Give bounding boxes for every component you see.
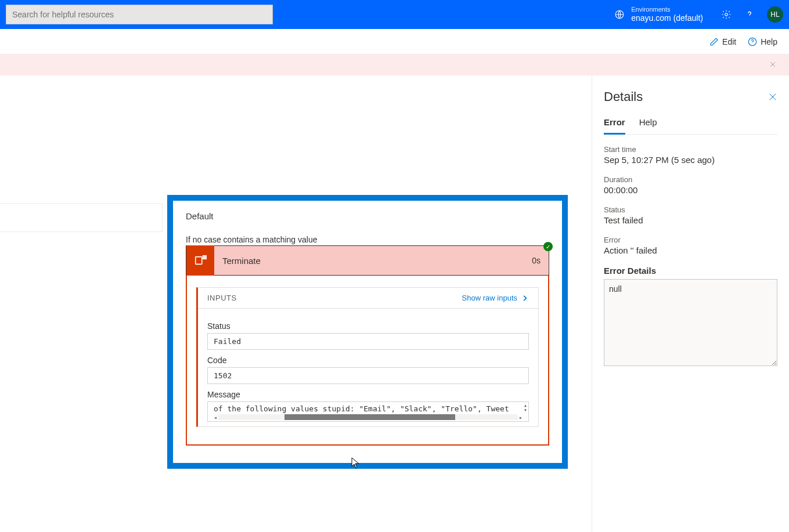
error-details-label: Error Details [604,266,777,276]
default-subtext: If no case contains a matching value [186,235,549,244]
close-icon[interactable] [768,92,777,102]
duration-label: Duration [604,175,777,184]
pencil-icon [709,37,719,46]
environment-icon [614,9,625,20]
flow-canvas: Default If no case contains a matching v… [0,75,592,532]
close-icon[interactable] [769,61,777,69]
status-label: Status [604,205,777,214]
edit-button[interactable]: Edit [709,37,736,46]
details-title: Details [604,89,643,104]
terminate-title: Terminate [214,256,532,266]
avatar[interactable]: HL [767,6,783,23]
message-value-box[interactable]: of the following values stupid: "Email",… [207,401,529,422]
terminate-icon [186,245,214,276]
message-value: of the following values stupid: "Email",… [214,404,509,413]
code-value: 1502 [207,367,529,384]
start-time-label: Start time [604,145,777,154]
edit-label: Edit [722,37,736,46]
status-label: Status [207,321,529,331]
scroll-right-icon[interactable]: ▸ [519,414,523,421]
details-tabs: Error Help [604,115,777,135]
terminate-time: 0s [532,256,549,265]
horizontal-scrollbar[interactable]: ◂ ▸ [214,413,523,421]
message-label: Message [207,390,529,399]
success-check-icon: ✓ [543,242,553,251]
error-details-box[interactable]: null [604,279,777,366]
tab-error[interactable]: Error [604,115,625,135]
error-value: Action '' failed [604,245,777,255]
help-label: Help [761,37,777,46]
terminate-action: Terminate 0s ✓ INPUTS Show raw inputs [186,245,549,446]
inputs-panel: INPUTS Show raw inputs Status Failed [196,287,539,427]
environment-selector[interactable]: Environments enayu.com (default) [614,6,703,23]
status-value: Test failed [604,215,777,225]
environment-label: Environments [631,6,703,13]
details-pane: Details Error Help Start time Sep 5, 10:… [592,75,789,532]
error-banner [0,55,789,75]
scroll-up-down-icon[interactable]: ▴▾ [524,403,527,412]
code-label: Code [207,356,529,365]
left-panel-stub [0,203,163,232]
switch-default-card: Default If no case contains a matching v… [167,195,568,469]
topbar: Environments enayu.com (default) HL [0,0,789,29]
command-bar: Edit Help [0,29,789,55]
search-input[interactable] [6,5,273,24]
terminate-body: INPUTS Show raw inputs Status Failed [186,276,549,446]
status-value: Failed [207,333,529,350]
environment-value: enayu.com (default) [631,13,703,23]
default-label: Default [186,211,549,221]
main-area: Default If no case contains a matching v… [0,75,789,532]
gear-icon[interactable] [720,9,732,20]
terminate-header[interactable]: Terminate 0s ✓ [186,245,549,276]
help-icon[interactable] [744,9,755,20]
duration-value: 00:00:00 [604,185,777,195]
help-button[interactable]: Help [748,37,777,46]
tab-help[interactable]: Help [639,115,657,134]
chevron-right-icon [521,294,529,302]
scroll-left-icon[interactable]: ◂ [214,414,217,421]
inputs-label: INPUTS [207,294,237,302]
svg-point-1 [725,13,728,16]
start-time-value: Sep 5, 10:27 PM (5 sec ago) [604,155,777,165]
help-circle-icon [748,37,757,46]
svg-rect-3 [196,257,202,265]
error-label: Error [604,236,777,244]
show-raw-inputs-link[interactable]: Show raw inputs [462,294,529,302]
